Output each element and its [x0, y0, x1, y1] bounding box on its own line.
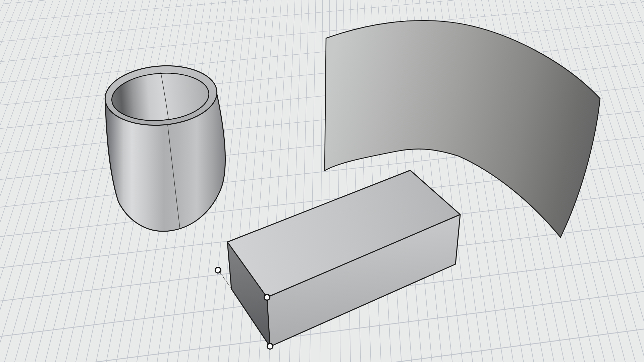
floating-point-speck [219, 271, 220, 272]
box-corner-point-marker-top[interactable] [264, 295, 270, 300]
box-corner-point-marker-bottom[interactable] [267, 344, 273, 349]
viewport-canvas[interactable] [0, 0, 644, 362]
inference-dotted-line [220, 273, 230, 287]
floating-point-marker[interactable] [215, 267, 221, 273]
box-solid[interactable] [227, 170, 460, 347]
tube-solid[interactable] [103, 62, 225, 231]
cad-viewport[interactable] [0, 0, 644, 362]
